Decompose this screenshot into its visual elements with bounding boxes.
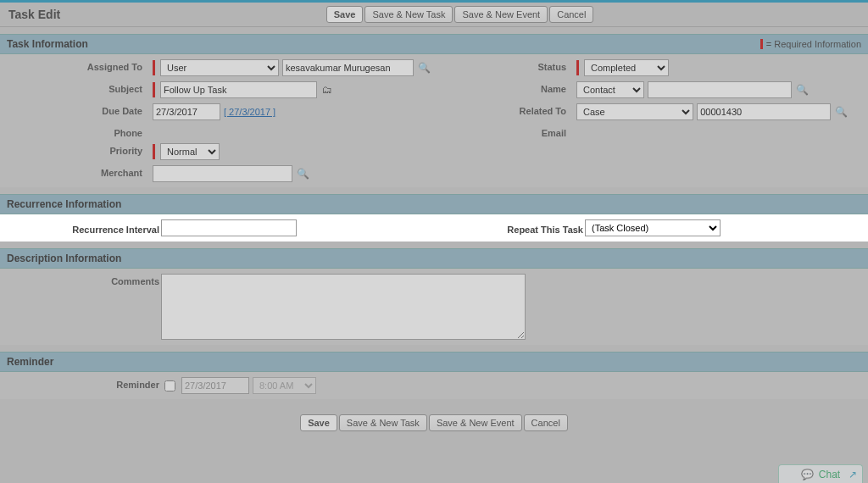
priority-select[interactable]: Normal (160, 143, 220, 160)
label-comments: Comments (8, 274, 161, 340)
label-subject: Subject (8, 81, 144, 94)
cancel-button[interactable]: Cancel (549, 6, 593, 23)
repeat-task-select[interactable]: (Task Closed) (585, 219, 721, 236)
section-task-information-header: Task Information = Required Information (0, 34, 868, 54)
section-reminder-body: Reminder 8:00 AM (0, 372, 868, 399)
related-to-input[interactable] (697, 103, 831, 120)
section-task-information-body: Assigned To User 🔍 Status Completed Subj… (0, 54, 868, 187)
label-status: Status (449, 59, 568, 72)
comments-textarea[interactable] (161, 274, 526, 340)
section-reminder-title: Reminder (7, 356, 53, 368)
name-input[interactable] (648, 81, 792, 98)
page-title: Task Edit (8, 8, 60, 21)
merchant-input[interactable] (153, 165, 292, 182)
save-new-event-button-bottom[interactable]: Save & New Event (429, 414, 522, 431)
name-type-select[interactable]: Contact (576, 81, 644, 98)
reminder-date-input[interactable] (181, 377, 249, 394)
section-recurrence-header: Recurrence Information (0, 194, 868, 214)
recurrence-interval-input[interactable] (161, 219, 297, 236)
bottom-button-row: Save Save & New Task Save & New Event Ca… (0, 399, 868, 435)
chat-label: Chat (819, 469, 840, 480)
section-description-body: Comments (0, 269, 868, 345)
required-bar-icon (760, 39, 763, 49)
section-reminder-header: Reminder (0, 352, 868, 372)
required-bar-icon (153, 82, 155, 97)
save-button-bottom[interactable]: Save (300, 414, 337, 431)
section-recurrence-title: Recurrence Information (7, 198, 121, 210)
section-description-title: Description Information (7, 253, 121, 264)
chat-bubble-icon: 💬 (801, 469, 814, 480)
label-name: Name (449, 81, 568, 94)
lookup-icon[interactable]: 🔍 (834, 105, 848, 119)
label-priority: Priority (8, 143, 144, 156)
title-row: Task Edit Save Save & New Task Save & Ne… (0, 3, 868, 27)
chat-widget[interactable]: 💬 Chat ↗ (778, 464, 863, 483)
subject-picker-icon[interactable]: 🗂 (320, 83, 334, 97)
label-related-to: Related To (449, 103, 568, 116)
section-description-header: Description Information (0, 248, 868, 269)
label-due-date: Due Date (8, 103, 144, 116)
subject-input[interactable] (160, 81, 317, 98)
section-recurrence-body: Recurrence Interval Repeat This Task (Ta… (0, 214, 868, 242)
save-new-task-button[interactable]: Save & New Task (364, 6, 453, 23)
cancel-button-bottom[interactable]: Cancel (524, 414, 568, 431)
label-reminder: Reminder (8, 377, 161, 394)
section-task-information-title: Task Information (7, 38, 88, 50)
label-assigned-to: Assigned To (8, 59, 144, 72)
required-bar-icon (153, 144, 155, 159)
reminder-time-select[interactable]: 8:00 AM (253, 377, 316, 394)
required-bar-icon (576, 60, 579, 75)
required-bar-icon (153, 60, 155, 75)
due-date-input[interactable] (153, 103, 220, 120)
expand-icon[interactable]: ↗ (849, 469, 857, 480)
related-to-type-select[interactable]: Case (576, 103, 693, 120)
due-date-today-link[interactable]: [ 27/3/2017 ] (224, 107, 275, 117)
reminder-checkbox[interactable] (164, 380, 175, 391)
label-email: Email (449, 125, 568, 138)
assigned-to-name-input[interactable] (282, 59, 414, 76)
lookup-icon[interactable]: 🔍 (417, 61, 431, 75)
lookup-icon[interactable]: 🔍 (795, 83, 809, 97)
required-info-hint: = Required Information (760, 39, 861, 49)
save-new-event-button[interactable]: Save & New Event (454, 6, 548, 23)
label-recurrence-interval: Recurrence Interval (8, 222, 161, 235)
label-repeat-task: Repeat This Task (432, 222, 585, 235)
assigned-to-type-select[interactable]: User (160, 59, 279, 76)
save-button[interactable]: Save (326, 6, 364, 23)
status-select[interactable]: Completed (584, 59, 669, 76)
label-phone: Phone (8, 125, 144, 138)
label-merchant: Merchant (8, 165, 144, 178)
top-button-row: Save Save & New Task Save & New Event Ca… (60, 6, 860, 23)
save-new-task-button-bottom[interactable]: Save & New Task (339, 414, 427, 431)
lookup-icon[interactable]: 🔍 (296, 167, 309, 180)
